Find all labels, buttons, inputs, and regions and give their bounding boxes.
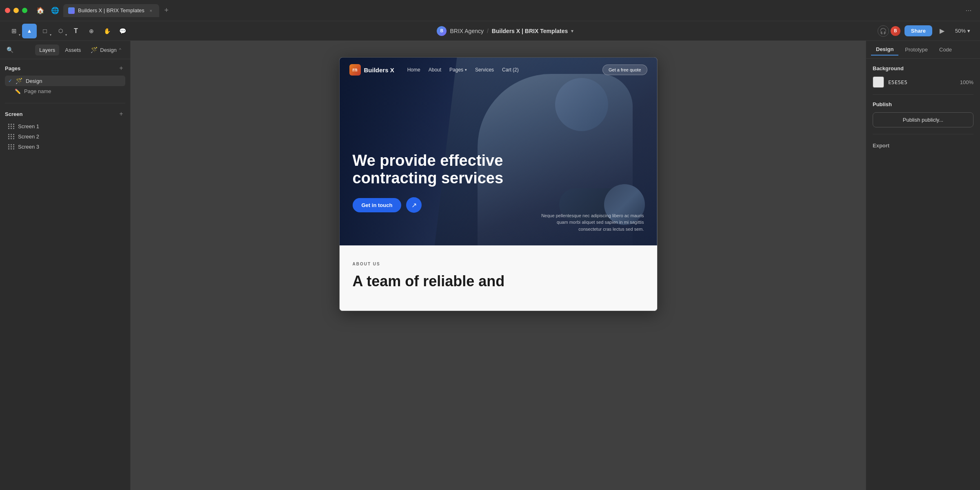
site-nav: rn Builders X Home About Pages ▾ Service… — [340, 58, 657, 82]
right-panel: Design Prototype Code Background E5E5E5 … — [866, 41, 980, 490]
close-window-btn[interactable] — [5, 8, 10, 13]
nav-home[interactable]: Home — [407, 67, 420, 73]
canvas[interactable]: rn Builders X Home About Pages ▾ Service… — [131, 41, 866, 490]
pages-title: Pages — [5, 65, 20, 71]
hand-icon: ✋ — [104, 28, 111, 34]
text-icon: T — [74, 27, 78, 35]
home-icon[interactable]: 🏠 — [34, 4, 47, 17]
new-tab-btn[interactable]: + — [161, 5, 172, 16]
tab-assets[interactable]: Assets — [61, 45, 85, 56]
headphone-icon[interactable]: 🎧 — [878, 25, 889, 37]
site-logo-text: Builders X — [364, 67, 394, 74]
page-name-label: Page name — [24, 88, 51, 94]
nav-cta-button[interactable]: Get a free quote — [602, 65, 647, 75]
design-emoji-icon: 🪄 — [91, 47, 98, 53]
pointer-tool[interactable]: ▲ — [22, 24, 37, 38]
nav-cart[interactable]: Cart (2) — [502, 67, 519, 73]
component-icon: ⊕ — [89, 28, 94, 34]
pointer-icon: ▲ — [27, 28, 32, 34]
screen-section: Screen + Screen 1 Screen 2 — [0, 105, 130, 157]
add-screen-button[interactable]: + — [117, 110, 125, 118]
hero-description: Neque pellentesque nec adipiscing libero… — [538, 212, 644, 233]
background-color-swatch[interactable] — [873, 76, 884, 88]
share-button[interactable]: Share — [904, 25, 932, 36]
publish-publicly-button[interactable]: Publish publicly... — [873, 112, 973, 127]
screen-item-3[interactable]: Screen 3 — [5, 142, 125, 152]
arrow-button[interactable]: ↗ — [406, 197, 422, 213]
screen-item-2[interactable]: Screen 2 — [5, 131, 125, 142]
more-options-btn[interactable]: ··· — [962, 4, 975, 17]
comment-icon: 💬 — [119, 28, 126, 34]
nav-pages[interactable]: Pages ▾ — [449, 67, 467, 73]
minimize-window-btn[interactable] — [13, 8, 19, 13]
tab-code[interactable]: Code — [934, 44, 957, 55]
site-logo-icon: rn — [349, 64, 361, 76]
top-bar: 🏠 🌐 Builders X | BRIX Templates × + ··· — [0, 0, 980, 21]
collaborator-avatar: B — [890, 25, 901, 37]
add-page-button[interactable]: + — [117, 64, 125, 72]
component-tool[interactable]: ⊕ — [84, 24, 99, 38]
background-color-row: E5E5E5 100% — [873, 76, 973, 88]
toolbar-center: B BRIX Agency / Builders X | BRIX Templa… — [135, 26, 876, 36]
nav-services[interactable]: Services — [475, 67, 494, 73]
page-design-emoji-icon: 🪄 — [16, 78, 22, 84]
about-label: ABOUT US — [353, 262, 644, 266]
screen-1-label: Screen 1 — [18, 123, 39, 129]
tab-design[interactable]: 🪄 Design ^ — [87, 44, 125, 56]
screen-3-label: Screen 3 — [18, 144, 39, 150]
tab-label: Builders X | BRIX Templates — [78, 7, 144, 13]
tab-close-btn[interactable]: × — [148, 7, 154, 14]
hand-tool[interactable]: ✋ — [100, 24, 114, 38]
site-nav-links: Home About Pages ▾ Services Cart (2) — [407, 67, 519, 73]
tab-prototype[interactable]: Prototype — [900, 44, 933, 55]
page-item-design[interactable]: ✓ 🪄 Design — [5, 76, 125, 86]
background-title: Background — [873, 65, 973, 71]
tab-layers[interactable]: Layers — [35, 45, 59, 56]
frame-tool[interactable]: □ ▾ — [38, 24, 52, 38]
site-logo: rn Builders X — [349, 64, 394, 76]
project-avatar: B — [437, 26, 447, 36]
tools-left: ⊞ ▾ ▲ □ ▾ ⬡ ▾ T ⊕ ✋ 💬 — [7, 24, 130, 38]
toolbar: ⊞ ▾ ▲ □ ▾ ⬡ ▾ T ⊕ ✋ 💬 B BRIX Agency — [0, 21, 980, 41]
background-hex-value[interactable]: E5E5E5 — [888, 79, 907, 85]
screen-item-1[interactable]: Screen 1 — [5, 121, 125, 131]
search-icon[interactable]: 🔍 — [5, 45, 15, 55]
hero-content: We provide effective contracting service… — [353, 152, 644, 213]
screen-2-label: Screen 2 — [18, 134, 39, 140]
publish-title: Publish — [873, 101, 973, 107]
zoom-control[interactable]: 50% ▾ — [952, 26, 973, 36]
screen-title: Screen — [5, 111, 22, 117]
worker-silhouette-head — [555, 78, 608, 131]
play-icon[interactable]: ▶ — [936, 24, 949, 38]
design-frame[interactable]: rn Builders X Home About Pages ▾ Service… — [339, 57, 658, 311]
shape-tool[interactable]: ⬡ ▾ — [53, 24, 68, 38]
divider — [873, 94, 973, 95]
shape-caret: ▾ — [65, 33, 67, 37]
maximize-window-btn[interactable] — [22, 8, 27, 13]
get-in-touch-button[interactable]: Get in touch — [353, 198, 402, 212]
grid-icon — [8, 144, 15, 149]
background-opacity-value[interactable]: 100% — [960, 79, 973, 85]
grid-icon — [8, 124, 15, 129]
select-group-icon: ⊞ — [11, 27, 17, 35]
toolbar-right: 🎧 B Share ▶ 50% ▾ — [878, 24, 973, 38]
nav-about[interactable]: About — [429, 67, 441, 73]
main-layout: 🔍 Layers Assets 🪄 Design ^ Pages + ✓ 🪄 — [0, 41, 980, 490]
right-panel-tabs: Design Prototype Code — [866, 41, 980, 59]
comment-tool[interactable]: 💬 — [115, 24, 130, 38]
screen-section-header: Screen + — [5, 110, 125, 118]
hero-section: rn Builders X Home About Pages ▾ Service… — [340, 58, 657, 245]
tab-favicon — [68, 7, 75, 14]
page-item-pagename[interactable]: ✏️ Page name — [5, 86, 125, 96]
text-tool[interactable]: T — [69, 24, 83, 38]
design-caret-icon: ^ — [119, 47, 121, 52]
select-group-tool[interactable]: ⊞ ▾ — [7, 24, 21, 38]
globe-icon[interactable]: 🌐 — [49, 4, 62, 17]
breadcrumb-separator: / — [487, 28, 489, 34]
browser-tab[interactable]: Builders X | BRIX Templates × — [63, 4, 159, 17]
project-chevron-icon[interactable]: ▾ — [571, 28, 573, 34]
pages-section: Pages + ✓ 🪄 Design ✏️ Page name — [0, 59, 130, 101]
project-name[interactable]: Builders X | BRIX Templates — [492, 28, 568, 34]
tab-design-right[interactable]: Design — [871, 44, 898, 56]
canvas-inner: rn Builders X Home About Pages ▾ Service… — [339, 57, 658, 311]
